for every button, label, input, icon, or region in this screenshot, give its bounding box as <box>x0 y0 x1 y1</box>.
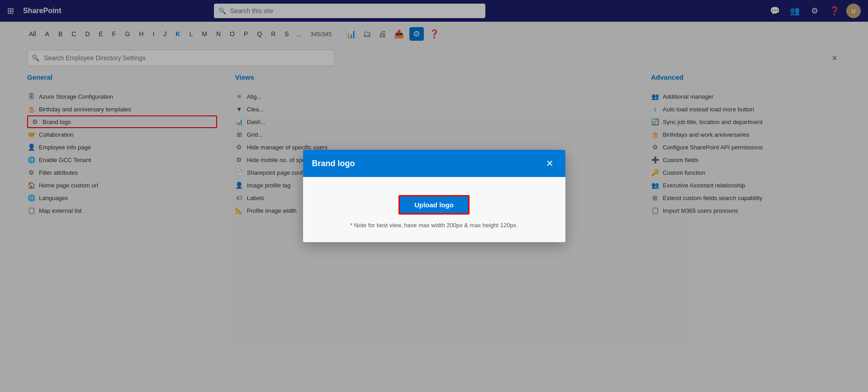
upload-note: * Note for best view, have max width 200… <box>350 222 518 229</box>
modal-header: Brand logo ✕ <box>303 150 565 177</box>
note-label: * Note <box>350 222 366 229</box>
brand-logo-modal: Brand logo ✕ Upload logo * Note for best… <box>303 150 565 242</box>
note-text: for best view, have max width 200px & ma… <box>366 222 518 229</box>
modal-close-button[interactable]: ✕ <box>543 157 556 170</box>
modal-title: Brand logo <box>312 159 355 168</box>
modal-overlay: Brand logo ✕ Upload logo * Note for best… <box>0 0 868 392</box>
modal-body: Upload logo * Note for best view, have m… <box>303 177 565 242</box>
upload-logo-button[interactable]: Upload logo <box>398 195 470 215</box>
